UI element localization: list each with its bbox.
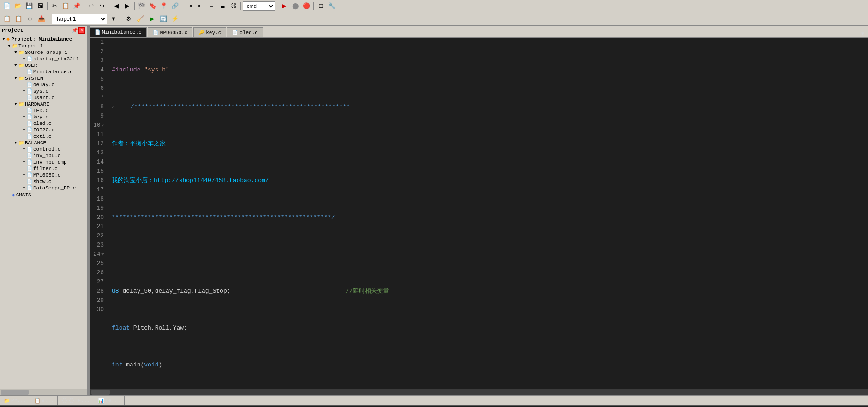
- format2-btn[interactable]: ≣: [217, 1, 227, 11]
- bookmark3-btn[interactable]: 📍: [159, 1, 169, 11]
- format-btn[interactable]: ≡: [206, 1, 216, 11]
- show-icon: 📄: [27, 179, 32, 184]
- tab-mpu6050-c[interactable]: 📄 MPU6050.c: [148, 27, 192, 37]
- tree-system[interactable]: ▼ 📁 SYSTEM: [0, 75, 87, 82]
- tools-btn[interactable]: 🔧: [327, 1, 337, 11]
- tree-control-c[interactable]: + 📄 control.c: [0, 146, 87, 153]
- te-icon: 📊: [98, 398, 104, 404]
- build-btn[interactable]: ▶: [147, 14, 157, 24]
- panel-pin[interactable]: 📌: [72, 28, 78, 33]
- format3-btn[interactable]: ⌘: [228, 1, 239, 11]
- tree-key-c[interactable]: + 📄 key.c: [0, 114, 87, 120]
- invmpu-label: inv_mpu.c: [33, 153, 60, 159]
- tree-target1[interactable]: ▼ 📁 Target 1: [0, 43, 87, 49]
- bookmark-btn[interactable]: 🏁: [137, 1, 147, 11]
- code-editor[interactable]: 1 2 3 4 5 6 7 8 9 10 ▽ 11 12 13 14 15 16…: [90, 38, 868, 389]
- window-btn[interactable]: ⊟: [316, 1, 326, 11]
- expander-mpu6050: +: [21, 173, 27, 177]
- mpu6050-label: MPU6050.c: [33, 172, 60, 178]
- tree-user[interactable]: ▼ 📁 USER: [0, 62, 87, 69]
- stop-btn[interactable]: ⬤: [290, 1, 300, 11]
- project-label: Project: Minibalance: [11, 36, 72, 42]
- bottom-tab-b[interactable]: 📋 B...: [30, 396, 58, 405]
- tree-mpu6050-c[interactable]: + 📄 MPU6050.c: [0, 172, 87, 178]
- clean-btn[interactable]: 🧹: [135, 14, 145, 24]
- tree-inv-mpu-dmp-c[interactable]: + 📄 inv_mpu_dmp_: [0, 159, 87, 165]
- save-all-btn[interactable]: 🖫: [35, 1, 45, 11]
- tab-minibalance-c[interactable]: 📄 Minibalance.c: [90, 27, 147, 37]
- tree-sys-c[interactable]: + 📄 sys.c: [0, 88, 87, 94]
- code-line-3: 作者：平衡小车之家: [112, 139, 864, 148]
- rebuild-btn[interactable]: 🔄: [158, 14, 168, 24]
- cmsis-label: CMSIS: [16, 192, 31, 198]
- undo-btn[interactable]: ↩: [86, 1, 96, 11]
- tb-btn3[interactable]: ⬡: [25, 14, 35, 24]
- debug-btn[interactable]: 🔴: [301, 1, 311, 11]
- run-btn[interactable]: ▶: [279, 1, 289, 11]
- paste-btn[interactable]: 📌: [72, 1, 82, 11]
- tb-btn4[interactable]: 📥: [36, 14, 47, 24]
- code-text[interactable]: #include "sys.h" ▷ /********************…: [108, 38, 868, 389]
- expander-invmpudmp: +: [21, 160, 27, 165]
- tree-show-c[interactable]: + 📄 show.c: [0, 178, 87, 185]
- tree-balance[interactable]: ▼ 📁 BALANCE: [0, 140, 87, 146]
- bookmark4-btn[interactable]: 🔗: [170, 1, 180, 11]
- pr-label: Pr...: [11, 398, 26, 403]
- system-icon: 📁: [18, 76, 24, 81]
- tree-minibalance-c[interactable]: + 📄 Minibalance.c: [0, 69, 87, 75]
- left-panel: Project 📌 ✕ ▼ ◆ Project: Minibalance ▼ 📁…: [0, 26, 88, 395]
- tree-ioi2c-c[interactable]: + 📄 IOI2C.c: [0, 127, 87, 133]
- panel-title: Project: [2, 28, 23, 33]
- nav-fwd-btn[interactable]: ▶: [122, 1, 132, 11]
- flash-btn[interactable]: ⚡: [170, 14, 180, 24]
- tree-exti-c[interactable]: + 📄 exti.c: [0, 133, 87, 140]
- tree-datascope-c[interactable]: + 📄 DataScope_DP.c: [0, 185, 87, 191]
- sep8: [313, 2, 314, 10]
- nav-back-btn[interactable]: ◀: [111, 1, 121, 11]
- tree-inv-mpu-c[interactable]: + 📄 inv_mpu.c: [0, 153, 87, 159]
- tab-overflow-btn[interactable]: ▼: [857, 31, 868, 37]
- tab-oled-c[interactable]: 📄 oled.c: [227, 27, 263, 37]
- tree-project[interactable]: ▼ ◆ Project: Minibalance: [0, 35, 87, 43]
- tree-led-c[interactable]: + 📄 LED.C: [0, 107, 87, 114]
- redo-btn[interactable]: ↪: [97, 1, 107, 11]
- tree-filter-c[interactable]: + 📄 filter.c: [0, 165, 87, 172]
- tb-btn1[interactable]: 📋: [2, 14, 12, 24]
- minibalance-icon: 📄: [27, 69, 32, 75]
- expander-exti: +: [21, 134, 27, 139]
- bottom-tab-pr[interactable]: 📁 Pr...: [0, 396, 30, 405]
- tab-key-c[interactable]: 🔑 key.c: [193, 27, 226, 37]
- bookmark2-btn[interactable]: 🔖: [148, 1, 158, 11]
- bottom-tab-te[interactable]: 📊 Te...: [94, 396, 125, 405]
- sep9: [49, 15, 49, 23]
- tree-source-group-1[interactable]: ▼ 📁 Source Group 1: [0, 49, 87, 56]
- tb-btn2[interactable]: 📋: [13, 14, 24, 24]
- build-opt-btn[interactable]: ⚙: [124, 14, 134, 24]
- indent-btn[interactable]: ⇥: [184, 1, 194, 11]
- tree-oled-c[interactable]: + 📄 oled.c: [0, 120, 87, 127]
- cmd-select[interactable]: cmd: [243, 1, 275, 11]
- invmpudmp-label: inv_mpu_dmp_: [33, 159, 70, 165]
- tree-delay-c[interactable]: + 📄 delay.c: [0, 82, 87, 88]
- cut-btn[interactable]: ✂: [49, 1, 60, 11]
- bottom-tab-f[interactable]: {} {} F...: [58, 396, 94, 405]
- sep5: [182, 2, 182, 10]
- copy-btn[interactable]: 📋: [60, 1, 71, 11]
- target-select[interactable]: Target 1: [52, 14, 107, 24]
- tree-hardware[interactable]: ▼ 📁 HARDWARE: [0, 101, 87, 107]
- open-file-btn[interactable]: 📂: [13, 1, 23, 11]
- user-icon: 📁: [18, 63, 24, 68]
- bottom-nav-area: 📁 Pr... 📋 B... {} {} F... 📊 Te...: [0, 395, 868, 405]
- startup-label: startup_stm32f1: [33, 56, 79, 62]
- outdent-btn[interactable]: ⇤: [195, 1, 205, 11]
- left-scrollbar-h[interactable]: [0, 389, 87, 395]
- te-label: Te...: [105, 398, 120, 403]
- tree-usart-c[interactable]: + 📄 usart.c: [0, 94, 87, 101]
- target-dropdown[interactable]: ▼: [108, 14, 119, 24]
- new-file-btn[interactable]: 📄: [2, 1, 12, 11]
- save-btn[interactable]: 💾: [24, 1, 34, 11]
- tree-cmsis[interactable]: ◆ CMSIS: [0, 191, 87, 198]
- tree-startup[interactable]: + 📄 startup_stm32f1: [0, 56, 87, 62]
- editor-scrollbar-h[interactable]: [90, 389, 868, 395]
- panel-close-btn[interactable]: ✕: [78, 27, 85, 34]
